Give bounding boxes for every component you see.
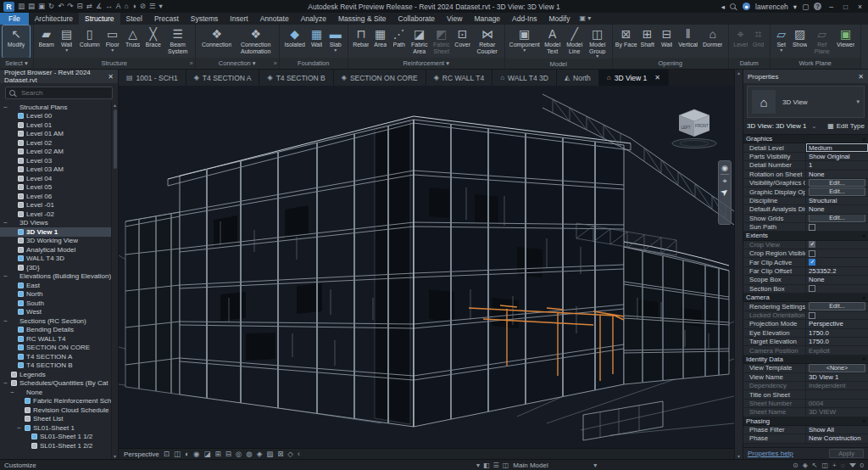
pan-icon[interactable]: ➤ [718,186,731,199]
instance-selector[interactable]: 3D View: 3D View 1 [747,122,806,130]
edit-button[interactable]: Edit... [809,302,865,310]
ribbon-tab[interactable]: Analyze [295,13,332,25]
pinned-select-icon[interactable]: ↖ [812,462,818,469]
tree-item[interactable]: − Sections (RC Section) [0,316,118,326]
tree-item[interactable]: North [0,290,118,299]
property-value[interactable]: Show Original [809,153,850,160]
view-scale-icon[interactable]: ⊡ [164,450,170,458]
ribbon-button[interactable]: A Model Text ▾ [542,25,564,59]
help-icon[interactable]: ? [814,3,821,10]
ribbon-button[interactable]: ▯ Column ▾ [77,25,103,58]
view-tab[interactable]: ⌂ 3D View 1 ✕ [599,70,669,86]
property-value[interactable]: 3D VIEW [809,408,836,416]
panel-display-toggle-icon[interactable]: ▣ ▾ [579,13,591,25]
chevron-down-icon[interactable]: ⌄ [811,123,816,130]
view-cube[interactable]: LEFT FRONT [668,104,721,150]
signed-in-user[interactable]: lawrenceh [755,3,788,11]
steering-wheel-icon[interactable]: ◉ [721,164,728,172]
checkbox[interactable] [809,285,815,292]
tree-item[interactable]: Level 05 [0,183,118,193]
dimension-icon[interactable]: ↔ [105,0,113,13]
undo-icon[interactable]: ↶ [58,0,64,13]
ribbon-group-label[interactable]: Structure » [34,58,195,69]
property-row[interactable]: Parts Visibility Show Original Show Orig… [743,153,868,161]
minimize-button[interactable]: – [826,3,836,11]
tree-twisty-icon[interactable]: − [3,219,8,227]
checkbox[interactable] [809,224,815,231]
workset-dialog-icon[interactable]: ☰ [493,462,499,469]
property-row[interactable]: Phase New Construction New Construction [743,434,868,443]
tree-item[interactable]: South [0,299,118,308]
print-icon[interactable]: ⊟ [76,0,82,13]
ribbon-button[interactable]: ⌂ Dormer ▾ [700,25,726,58]
shadows-icon[interactable]: ◪ [204,450,211,458]
ribbon-button[interactable]: ⊓ Rebar ▾ [351,25,371,58]
property-section-header[interactable]: Phasing■ [743,417,868,426]
ribbon-tab[interactable]: Systems [185,13,225,25]
property-row[interactable]: Show Grids Edit... Edit... [743,215,868,223]
tree-twisty-icon[interactable]: − [3,379,8,387]
property-row[interactable]: Dependency Independent Independent [743,382,868,390]
close-icon[interactable]: ✕ [108,73,114,81]
view-tab[interactable]: ◭ North [557,70,599,86]
edit-button[interactable]: Edit... [809,215,865,222]
active-workset-select[interactable]: Main Model [513,462,589,469]
ribbon-button[interactable]: ⋰ Path ▾ [390,25,409,58]
detail-level-icon[interactable]: ◫ [174,450,181,458]
ribbon-button[interactable]: ⊠ By Face ▾ [615,25,637,58]
ribbon-group-label[interactable]: Work Plane » [771,58,860,69]
ribbon-button[interactable]: ◩ Fabric Sheet ▾ [431,25,453,58]
ribbon-button[interactable]: ⊡ Cover ▾ [453,25,473,58]
view-tab[interactable]: ⌂ WALL T4 3D [492,70,557,86]
close-button[interactable]: × [855,3,865,11]
ribbon-button[interactable]: ‖ Vertical ▾ [676,25,700,58]
ribbon-button[interactable]: ❖ Connection ▾ [198,25,236,58]
editable-only-caret-icon[interactable]: ▾ [476,462,480,469]
ribbon-button[interactable]: ▣ Component ▾ [508,25,542,59]
tree-item[interactable]: Level -01 [0,201,118,210]
tree-item[interactable]: Level 03 [0,156,118,165]
dialog-launcher-icon[interactable]: » [190,60,193,66]
show-crop-icon[interactable]: ⊟ [225,450,231,458]
property-row[interactable]: Locked Orientation [743,311,868,320]
tree-item[interactable]: Level 02 AM [0,148,118,157]
browser-scrollbar[interactable]: ▴▾ [111,102,118,459]
tree-item[interactable]: Level 00 [0,112,118,121]
project-browser-header[interactable]: Project Browser - Revit 2024 Dataset.rvt… [0,70,118,83]
link-select-icon[interactable]: ⊙ [793,462,798,469]
active-workset-icon[interactable]: ◫ [503,462,509,469]
underlay-select-icon[interactable]: ◈ [803,462,808,469]
ribbon-group-label[interactable]: Select ▾ » [0,58,33,69]
ribbon-group-label[interactable]: Model » [505,59,612,69]
drag-elements-icon[interactable]: + [832,462,837,469]
property-row[interactable]: Graphic Display Opti... Edit... Edit... [743,187,868,196]
ribbon-button[interactable]: ⊟ Wall ▾ [658,25,676,58]
ribbon-tab[interactable]: View [441,13,468,25]
save-icon[interactable]: ▣ [38,0,45,13]
property-row[interactable]: Section Box [743,285,868,294]
property-row[interactable]: Eye Elevation 1750.0 1750.0 [743,329,868,338]
tree-twisty-icon[interactable]: − [16,424,22,432]
property-row[interactable]: Scope Box None None [743,276,868,284]
ribbon-button[interactable]: ▰ Beam ▾ [36,25,57,58]
checkbox[interactable] [809,250,815,257]
property-row[interactable]: Far Clip Active [743,258,868,266]
close-tab-icon[interactable]: ✕ [654,74,660,81]
tree-item[interactable]: − Elevations (Building Elevation) [0,272,118,282]
view-scale-label[interactable]: Perspective [124,450,159,458]
ribbon-button[interactable]: △ Truss ▾ [123,25,143,58]
crop-view-icon[interactable]: ⊞ [215,450,221,458]
property-value[interactable]: New Construction [809,434,861,442]
tree-item[interactable]: Level 01 AM [0,130,118,139]
property-row[interactable]: Sun Path [743,223,868,232]
ribbon-button[interactable]: ▣ Viewer ▾ [834,25,858,58]
checkbox[interactable] [809,259,815,266]
property-value[interactable]: 253352.2 [809,267,837,275]
ribbon-tab[interactable]: Manage [468,13,506,25]
edit-type-button[interactable]: ▦ Edit Type [827,122,865,130]
ribbon-button[interactable]: ◪ Fabric Area ▾ [409,25,431,58]
tree-item[interactable]: SL01-Sheet 1 2/2 [0,441,118,450]
property-row[interactable]: Discipline Structural Structural [743,197,868,205]
property-row[interactable]: Detail Number 1 1 [743,161,868,170]
property-row[interactable]: Crop View [743,241,868,249]
